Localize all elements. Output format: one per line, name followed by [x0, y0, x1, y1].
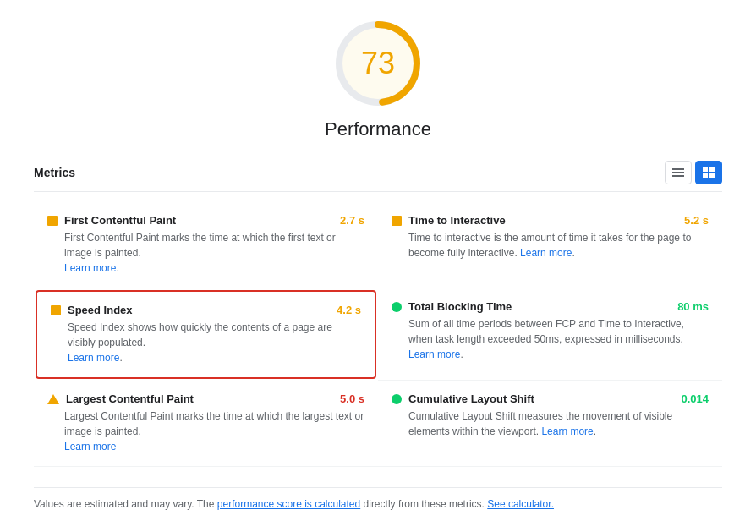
metrics-grid: First Contentful Paint 2.7 s First Conte… [34, 202, 722, 467]
cls-icon [392, 394, 402, 404]
metric-fcp-name: First Contentful Paint [64, 214, 176, 227]
svg-rect-8 [709, 173, 715, 178]
tbt-icon [392, 302, 402, 312]
metric-tbt-value: 80 ms [677, 300, 709, 313]
metric-cls-header: Cumulative Layout Shift 0.014 [392, 392, 709, 405]
svg-rect-3 [672, 172, 684, 173]
metric-si-name: Speed Index [68, 304, 133, 316]
metrics-section: Metrics [34, 161, 722, 467]
footer-text-after: directly from these metrics. [360, 498, 487, 510]
metric-cls-value: 0.014 [681, 392, 709, 405]
list-view-button[interactable] [665, 161, 692, 184]
metric-cls: Cumulative Layout Shift 0.014 Cumulative… [378, 381, 722, 467]
metrics-header: Metrics [34, 161, 722, 192]
metric-tti: Time to Interactive 5.2 s Time to intera… [378, 202, 722, 288]
metric-lcp-desc: Largest Contentful Paint marks the time … [64, 409, 364, 454]
metric-fcp-value: 2.7 s [340, 214, 364, 227]
si-learn-more-link[interactable]: Learn more [68, 352, 119, 364]
metric-lcp: Largest Contentful Paint 5.0 s Largest C… [34, 381, 378, 467]
perf-score-link[interactable]: performance score is calculated [217, 498, 360, 510]
footer-text-before: Values are estimated and may vary. The [34, 498, 217, 510]
metric-lcp-name: Largest Contentful Paint [66, 392, 194, 405]
metric-si-value: 4.2 s [337, 304, 361, 316]
view-toggle [665, 161, 722, 184]
metrics-label: Metrics [34, 166, 75, 179]
metric-fcp-title-row: First Contentful Paint [47, 214, 176, 227]
fcp-learn-more-link[interactable]: Learn more [64, 262, 116, 274]
metric-tbt-name: Total Blocking Time [408, 300, 512, 313]
metric-si: Speed Index 4.2 s Speed Index shows how … [36, 290, 376, 379]
metric-tti-header: Time to Interactive 5.2 s [392, 214, 709, 227]
metric-lcp-value: 5.0 s [340, 392, 364, 405]
metric-tti-title-row: Time to Interactive [392, 214, 506, 227]
metric-tbt-header: Total Blocking Time 80 ms [392, 300, 709, 313]
grid-icon [703, 167, 715, 178]
metric-cls-title-row: Cumulative Layout Shift [392, 392, 534, 405]
tbt-learn-more-link[interactable]: Learn more [408, 348, 460, 360]
svg-rect-7 [703, 173, 708, 178]
svg-rect-5 [703, 167, 708, 172]
metric-si-title-row: Speed Index [51, 304, 133, 316]
metric-fcp-desc: First Contentful Paint marks the time at… [64, 230, 364, 276]
metric-tti-value: 5.2 s [684, 214, 709, 227]
metric-si-header: Speed Index 4.2 s [51, 304, 361, 316]
svg-rect-6 [709, 167, 715, 172]
metric-cls-name: Cumulative Layout Shift [408, 392, 534, 405]
cls-learn-more-link[interactable]: Learn more [541, 425, 593, 437]
see-calculator-link[interactable]: See calculator. [487, 498, 554, 510]
footer-note: Values are estimated and may vary. The p… [34, 487, 722, 510]
fcp-icon [47, 216, 58, 226]
metric-cls-desc: Cumulative Layout Shift measures the mov… [408, 409, 709, 439]
score-circle: 73 [331, 17, 425, 110]
lcp-learn-more-link[interactable]: Learn more [64, 441, 116, 452]
metric-fcp: First Contentful Paint 2.7 s First Conte… [34, 202, 378, 288]
performance-title: Performance [325, 118, 431, 140]
svg-rect-2 [672, 168, 684, 170]
tti-learn-more-link[interactable]: Learn more [520, 247, 572, 259]
metric-tti-name: Time to Interactive [408, 214, 506, 227]
metric-si-desc: Speed Index shows how quickly the conten… [68, 320, 361, 365]
metric-tbt-desc: Sum of all time periods between FCP and … [408, 316, 709, 362]
si-icon [51, 305, 61, 315]
lcp-icon [47, 394, 59, 404]
tti-icon [392, 216, 402, 226]
list-icon [672, 167, 684, 178]
grid-view-button[interactable] [695, 161, 722, 184]
svg-rect-4 [672, 175, 684, 177]
score-section: 73 Performance [34, 17, 722, 140]
score-value: 73 [361, 46, 395, 81]
metric-lcp-header: Largest Contentful Paint 5.0 s [47, 392, 364, 405]
metric-lcp-title-row: Largest Contentful Paint [47, 392, 194, 405]
metric-tti-desc: Time to interactive is the amount of tim… [408, 230, 709, 261]
metric-tbt-title-row: Total Blocking Time [392, 300, 512, 313]
metric-tbt: Total Blocking Time 80 ms Sum of all tim… [378, 288, 722, 381]
metric-fcp-header: First Contentful Paint 2.7 s [47, 214, 364, 227]
